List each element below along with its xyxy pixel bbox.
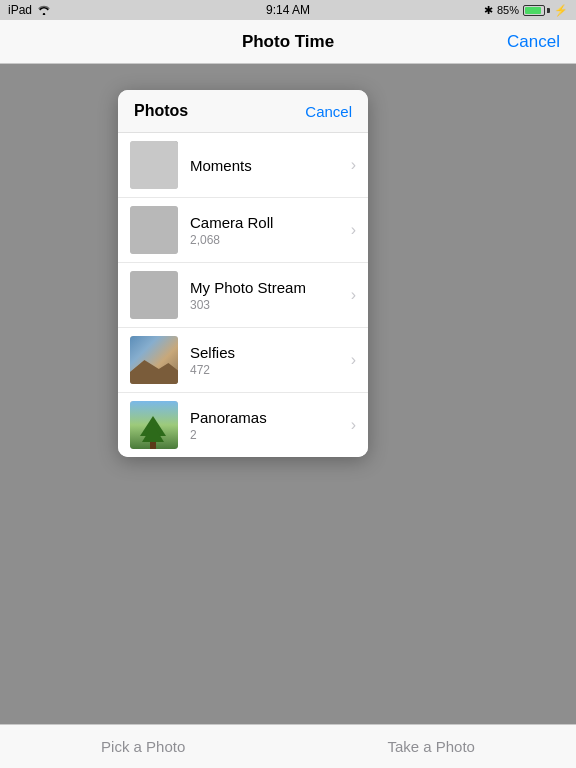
album-count-panoramas: 2 bbox=[190, 428, 347, 442]
album-name-panoramas: Panoramas bbox=[190, 409, 347, 426]
pick-photo-button[interactable]: Pick a Photo bbox=[101, 738, 185, 755]
chevron-icon-photostream: › bbox=[351, 286, 356, 304]
battery-percent: 85% bbox=[497, 4, 519, 16]
battery-fill bbox=[525, 7, 541, 14]
album-count-photostream: 303 bbox=[190, 298, 347, 312]
album-item-moments[interactable]: Moments › bbox=[118, 133, 368, 198]
nav-bar: Photo Time Cancel bbox=[0, 20, 576, 64]
album-thumb-moments bbox=[130, 141, 178, 189]
bluetooth-icon: ✱ bbox=[484, 4, 493, 17]
album-thumb-panoramas bbox=[130, 401, 178, 449]
album-name-photostream: My Photo Stream bbox=[190, 279, 347, 296]
thumb-inner-photostream bbox=[130, 271, 178, 319]
status-bar: iPad 9:14 AM ✱ 85% ⚡ bbox=[0, 0, 576, 20]
chevron-icon-camera-roll: › bbox=[351, 221, 356, 239]
album-thumb-photostream bbox=[130, 271, 178, 319]
thumb-inner-moments bbox=[130, 141, 178, 189]
album-item-camera-roll[interactable]: Camera Roll 2,068 › bbox=[118, 198, 368, 263]
wifi-icon bbox=[37, 5, 51, 15]
album-item-photostream[interactable]: My Photo Stream 303 › bbox=[118, 263, 368, 328]
album-thumb-camera-roll bbox=[130, 206, 178, 254]
battery-tip bbox=[547, 8, 550, 13]
chevron-icon-selfies: › bbox=[351, 351, 356, 369]
status-time: 9:14 AM bbox=[266, 3, 310, 17]
charging-icon: ⚡ bbox=[554, 4, 568, 17]
chevron-icon-panoramas: › bbox=[351, 416, 356, 434]
chevron-icon-moments: › bbox=[351, 156, 356, 174]
thumb-inner-selfies bbox=[130, 336, 178, 384]
take-photo-button[interactable]: Take a Photo bbox=[387, 738, 475, 755]
battery-body bbox=[523, 5, 545, 16]
battery-indicator bbox=[523, 5, 550, 16]
album-name-selfies: Selfies bbox=[190, 344, 347, 361]
album-info-moments: Moments bbox=[190, 157, 347, 174]
nav-cancel-button[interactable]: Cancel bbox=[507, 32, 560, 52]
picker-cancel-button[interactable]: Cancel bbox=[305, 103, 352, 120]
album-info-photostream: My Photo Stream 303 bbox=[190, 279, 347, 312]
album-info-camera-roll: Camera Roll 2,068 bbox=[190, 214, 347, 247]
mountain-shape bbox=[130, 354, 178, 384]
album-name-moments: Moments bbox=[190, 157, 347, 174]
album-name-camera-roll: Camera Roll bbox=[190, 214, 347, 231]
nav-title: Photo Time bbox=[242, 32, 334, 52]
thumb-inner-camera bbox=[130, 206, 178, 254]
album-thumb-selfies bbox=[130, 336, 178, 384]
album-item-panoramas[interactable]: Panoramas 2 › bbox=[118, 393, 368, 457]
svg-rect-2 bbox=[150, 442, 156, 449]
picker-header: Photos Cancel bbox=[118, 90, 368, 133]
status-left: iPad bbox=[8, 3, 51, 17]
album-info-panoramas: Panoramas 2 bbox=[190, 409, 347, 442]
album-count-camera-roll: 2,068 bbox=[190, 233, 347, 247]
album-count-selfies: 472 bbox=[190, 363, 347, 377]
picker-title: Photos bbox=[134, 102, 188, 120]
album-item-selfies[interactable]: Selfies 472 › bbox=[118, 328, 368, 393]
thumb-inner-panoramas bbox=[130, 401, 178, 449]
status-right: ✱ 85% ⚡ bbox=[484, 4, 568, 17]
device-label: iPad bbox=[8, 3, 32, 17]
photo-picker-panel: Photos Cancel Moments › Camera Roll 2,06… bbox=[118, 90, 368, 457]
tree-icon bbox=[138, 414, 168, 449]
album-info-selfies: Selfies 472 bbox=[190, 344, 347, 377]
bottom-bar: Pick a Photo Take a Photo bbox=[0, 724, 576, 768]
